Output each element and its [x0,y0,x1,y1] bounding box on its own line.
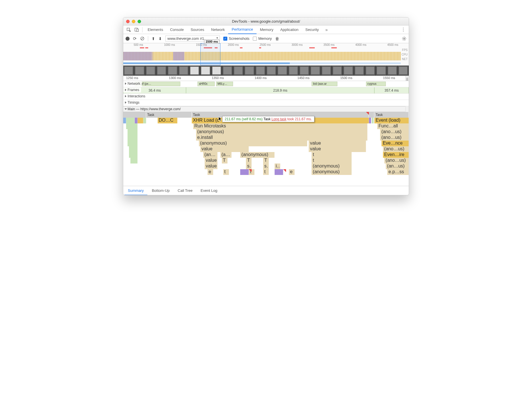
chevron-right-icon[interactable] [125,82,126,85]
chevron-right-icon[interactable] [125,101,126,104]
flame-bar[interactable]: s… [246,163,252,169]
filmstrip-frame[interactable] [299,66,310,76]
flame-bar[interactable]: value [205,163,218,169]
flame-bar[interactable]: (anonymous) [199,141,307,146]
detail-ruler[interactable]: 1250 ms1300 ms1350 ms1400 ms1450 ms1500 … [123,76,409,81]
tab-application[interactable]: Application [277,25,302,34]
device-toggle-icon[interactable] [133,26,140,34]
flame-bar[interactable]: e.install [196,135,367,141]
chevron-down-icon[interactable] [125,109,127,110]
filmstrip-frame[interactable] [156,66,167,76]
filmstrip-frame[interactable] [134,66,145,76]
filmstrip-frame[interactable] [178,66,189,76]
record-button[interactable] [126,37,130,41]
task-bar[interactable]: Task [146,112,192,118]
timings-lane[interactable]: Timings [123,100,409,106]
tab-console[interactable]: Console [167,25,187,34]
flame-bar[interactable] [372,118,374,123]
tab-performance[interactable]: Performance [228,25,256,34]
flame-bar[interactable]: e [208,169,213,175]
flame-bar[interactable]: e.p…ss [387,169,409,175]
flame-bar[interactable]: value [200,146,249,152]
flame-bar[interactable]: Run Microtasks [193,123,367,129]
filmstrip-frame[interactable] [332,66,343,76]
filmstrip-frame[interactable] [266,66,277,76]
flame-bar[interactable]: (anonymous) [240,152,275,158]
flame-bar[interactable] [240,169,249,175]
screenshot-filmstrip[interactable] [123,66,409,76]
network-lane[interactable]: Network xel.gif (px…aHR0cM6Ly…bid (aax.a… [123,81,409,87]
chevron-right-icon[interactable] [125,95,126,97]
flame-bar[interactable]: value [205,158,218,163]
filmstrip-frame[interactable] [387,66,398,76]
chevron-right-icon[interactable] [125,89,126,91]
reload-icon[interactable]: ⟳ [133,36,137,41]
filmstrip-frame[interactable] [310,66,321,76]
checkbox-on-icon[interactable]: ✓ [223,37,227,41]
inspect-icon[interactable] [125,26,132,34]
flame-bar[interactable] [129,146,138,152]
filmstrip-frame[interactable] [244,66,255,76]
flame-bar[interactable] [128,141,138,146]
flame-bar[interactable]: e [289,169,295,175]
flame-bar[interactable]: (ano…us) [380,135,409,141]
flame-bar[interactable]: i… [275,163,280,169]
flame-bar[interactable]: Event (load) [374,118,409,123]
filmstrip-frame[interactable] [376,66,387,76]
flame-bar[interactable]: (anonymous) [312,163,351,169]
network-request[interactable]: cygnus [366,82,386,86]
tooltip-long-task-link[interactable]: Long task [271,117,286,121]
filmstrip-frame[interactable] [255,66,266,76]
filmstrip-frame[interactable] [321,66,332,76]
flame-bar[interactable] [129,152,138,158]
flame-bar[interactable]: (ano…us) [380,129,409,135]
tab-memory[interactable]: Memory [257,25,277,34]
filmstrip-frame[interactable] [277,66,288,76]
flame-bar[interactable] [123,118,126,123]
delete-icon[interactable]: 🗑 [275,36,279,41]
kebab-menu-icon[interactable]: ⋮ [400,26,407,34]
overview-timeline[interactable]: 500 ms1000 ms1500 ms2000 ms2500 ms3000 m… [123,43,409,66]
flame-bar[interactable] [126,123,138,129]
flame-bar[interactable]: (ano…us) [383,146,409,152]
window-titlebar[interactable]: DevTools - www.google.com/gmail/about/ [123,17,409,25]
flame-bar[interactable] [143,118,146,123]
flame-bar[interactable]: T [246,158,252,163]
flame-bar[interactable] [369,118,371,123]
more-tabs-icon[interactable]: » [323,26,330,34]
filmstrip-frame[interactable] [398,66,409,76]
flame-bar[interactable]: value [309,141,366,146]
overview-selection[interactable]: 1500 ms [200,43,220,65]
flame-bar[interactable]: t [312,158,351,163]
tab-elements[interactable]: Elements [144,25,167,34]
network-request[interactable]: bid (aax.ar [312,82,337,86]
filmstrip-frame[interactable] [233,66,244,76]
flame-bar[interactable]: T [222,158,228,163]
filmstrip-frame[interactable] [189,66,200,76]
main-thread-header[interactable]: Main — https://www.theverge.com/ [123,106,409,112]
frame-segment[interactable]: 218.9 ms [186,87,374,93]
flame-bar[interactable] [128,129,138,135]
details-tab-event-log[interactable]: Event Log [197,186,221,195]
filmstrip-frame[interactable] [211,66,222,76]
flame-bar[interactable]: (ano…us) [384,158,409,163]
task-bar[interactable] [123,112,146,118]
filmstrip-frame[interactable] [343,66,354,76]
flame-bar[interactable]: T [263,158,269,163]
flame-bar[interactable] [130,158,138,163]
flame-bar[interactable] [138,118,143,123]
flame-bar[interactable]: t [263,169,269,175]
memory-toggle[interactable]: Memory [253,36,272,41]
filmstrip-frame[interactable] [222,66,233,76]
tab-network[interactable]: Network [208,25,228,34]
frame-segment[interactable]: 357.4 ms [374,87,409,93]
flame-bar[interactable]: s… [263,163,269,169]
details-tab-call-tree[interactable]: Call Tree [174,186,196,195]
filmstrip-frame[interactable] [288,66,299,76]
load-profile-icon[interactable]: ⬆ [152,36,155,41]
filmstrip-frame[interactable] [365,66,376,76]
flame-bar[interactable]: (anonymous) [312,169,351,175]
flame-bar[interactable]: DO…C [158,118,178,123]
flame-bar[interactable] [275,169,283,175]
flame-bar[interactable]: (anonymous) [196,129,367,135]
